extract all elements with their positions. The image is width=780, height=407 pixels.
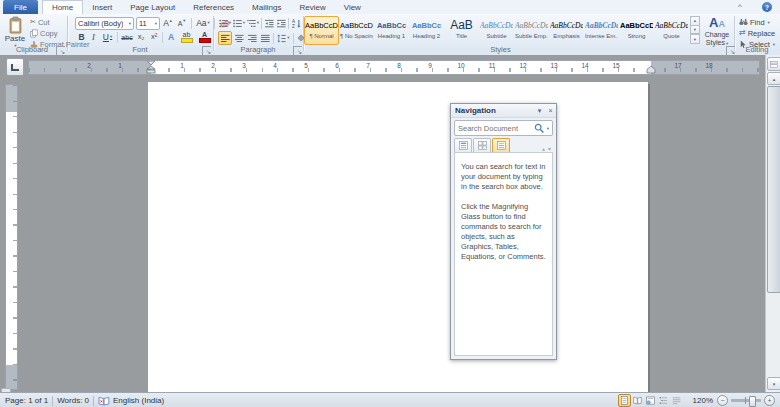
page-count-status[interactable]: Page: 1 of 1 [5, 396, 48, 405]
style-intense-emphasis[interactable]: AaBbCcDd Intense Em... [584, 16, 619, 45]
align-left-button[interactable] [218, 31, 232, 45]
grow-font-button[interactable]: A▲ [162, 18, 174, 30]
help-icon[interactable]: ? [762, 2, 772, 12]
bold-button[interactable]: B [76, 31, 87, 43]
font-size-select[interactable]: 11 ▾ [136, 17, 160, 30]
print-layout-view-button[interactable] [618, 394, 631, 407]
zoom-out-button[interactable]: − [717, 395, 728, 406]
ruler-number: 8 [397, 63, 401, 70]
horizontal-ruler[interactable]: 2 1 1 2 3 4 5 6 7 8 9 10 11 12 13 14 15 … [28, 60, 760, 75]
style-preview: AaBbCcDd [550, 17, 583, 32]
font-name-select[interactable]: Calibri (Body) ▾ [75, 17, 134, 30]
cut-label: Cut [38, 18, 50, 27]
style-strong[interactable]: AaBbCcDc Strong [619, 16, 654, 45]
tab-file[interactable]: File [3, 0, 38, 14]
increase-indent-button[interactable] [275, 17, 287, 29]
scroll-down-icon[interactable]: ▾ [767, 377, 780, 390]
web-layout-view-button[interactable] [644, 394, 657, 407]
text-effects-button[interactable]: A [165, 31, 177, 43]
close-icon[interactable]: × [545, 107, 556, 114]
italic-button[interactable]: I [88, 31, 99, 43]
zoom-in-button[interactable]: + [764, 395, 775, 406]
tab-view[interactable]: View [335, 0, 370, 14]
style-quote[interactable]: AaBbCcDd Quote [654, 16, 689, 45]
multilevel-list-button[interactable]: ▾ [246, 17, 260, 29]
style-subtle-emphasis[interactable]: AaBbCcDd Subtle Emp... [514, 16, 549, 45]
superscript-button[interactable]: x² [148, 31, 160, 43]
left-indent-marker[interactable] [146, 61, 156, 74]
subscript-button[interactable]: x₂ [135, 31, 147, 43]
change-styles-button[interactable]: AA Change Styles▾ [702, 16, 732, 48]
next-result-icon[interactable]: ▾ [548, 145, 551, 152]
style-heading-2[interactable]: AaBbCc Heading 2 [409, 16, 444, 45]
tab-references[interactable]: References [184, 0, 243, 14]
document-page[interactable] [148, 82, 648, 392]
change-styles-icon: AA [709, 16, 725, 31]
shrink-font-button[interactable]: A▼ [176, 18, 188, 30]
minimize-ribbon-icon[interactable]: ^ [734, 2, 746, 11]
style-title[interactable]: AaB Title [444, 16, 479, 45]
pane-options-icon[interactable]: ▾ [534, 107, 545, 115]
scrollbar-thumb[interactable] [767, 86, 780, 293]
line-spacing-button[interactable]: ▾ [276, 32, 291, 44]
paragraph-dialog-launcher-icon[interactable]: ↘ [293, 46, 302, 55]
view-ruler-button[interactable] [767, 57, 780, 71]
browse-pages-tab[interactable] [473, 138, 491, 152]
outline-view-button[interactable] [657, 394, 670, 407]
underline-button[interactable]: U ▾ [100, 31, 115, 43]
left-tab-icon [11, 64, 19, 71]
tab-page-layout[interactable]: Page Layout [121, 0, 184, 14]
search-input[interactable] [455, 124, 534, 133]
cut-button[interactable]: ✂ Cut [30, 17, 50, 27]
font-color-button[interactable]: A [196, 31, 213, 43]
style-name: Subtitle [480, 32, 513, 40]
scroll-up-icon[interactable]: ▴ [767, 72, 780, 85]
replace-button[interactable]: ⇄ Replace [739, 28, 775, 38]
style-name: Title [445, 32, 478, 40]
zoom-slider[interactable] [731, 399, 761, 402]
clipboard-dialog-launcher-icon[interactable]: ↘ [56, 46, 65, 55]
styles-more-icon[interactable]: ▾ [690, 33, 700, 44]
change-case-button[interactable]: Aa ▾ [195, 18, 211, 30]
right-indent-marker[interactable] [646, 66, 656, 74]
draft-view-button[interactable] [670, 394, 683, 407]
numbering-button[interactable]: ▾ [232, 17, 246, 29]
tab-mailings[interactable]: Mailings [243, 0, 290, 14]
tab-stop-selector[interactable] [6, 58, 24, 76]
strikethrough-button[interactable]: abc [120, 31, 134, 43]
previous-result-icon[interactable]: ▴ [542, 145, 545, 152]
ruler-number: 2 [211, 63, 215, 70]
style-subtitle[interactable]: AaBbCcDd Subtitle [479, 16, 514, 45]
style-normal[interactable]: AaBbCcDd ¶ Normal [304, 16, 339, 45]
decrease-indent-button[interactable] [263, 17, 275, 29]
highlight-button[interactable]: ab [178, 31, 195, 43]
justify-button[interactable] [259, 32, 271, 44]
style-no-spacing[interactable]: AaBbCcDd ¶ No Spacing [339, 16, 374, 45]
tab-review[interactable]: Review [290, 0, 334, 14]
vertical-scrollbar[interactable]: ▴ ▾ [765, 55, 780, 392]
tab-insert[interactable]: Insert [83, 0, 121, 14]
font-dialog-launcher-icon[interactable]: ↘ [202, 46, 211, 55]
full-screen-reading-view-button[interactable] [631, 394, 644, 407]
language-status[interactable]: English (India) [113, 396, 164, 405]
bullets-button[interactable]: ▾ [218, 17, 232, 29]
tab-home[interactable]: Home [42, 0, 83, 14]
proofing-book-icon[interactable] [98, 396, 110, 406]
sort-button[interactable]: A Z [290, 17, 303, 29]
find-button[interactable]: Find ▾ [739, 17, 770, 27]
browse-results-tab[interactable] [492, 138, 510, 152]
navigation-pane-header[interactable]: Navigation ▾ × [451, 104, 556, 118]
center-button[interactable] [233, 32, 245, 44]
copy-button[interactable]: Copy [30, 28, 58, 38]
browse-headings-tab[interactable] [454, 138, 472, 152]
search-options-icon[interactable]: ▾ [547, 126, 549, 131]
word-count-status[interactable]: Words: 0 [57, 396, 89, 405]
zoom-level[interactable]: 120% [693, 396, 713, 405]
align-right-button[interactable] [246, 32, 258, 44]
style-heading-1[interactable]: AaBbCc Heading 1 [374, 16, 409, 45]
vertical-ruler[interactable] [5, 84, 18, 390]
zoom-slider-thumb[interactable] [749, 396, 756, 407]
style-emphasis[interactable]: AaBbCcDd Emphasis [549, 16, 584, 45]
ruler-number: 11 [489, 63, 496, 70]
magnifier-icon[interactable] [534, 123, 545, 134]
